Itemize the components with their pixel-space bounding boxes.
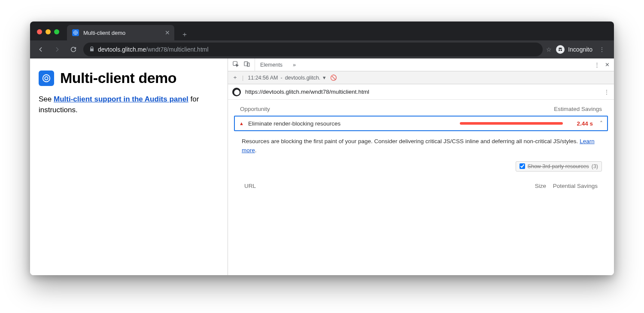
col-savings: Potential Savings bbox=[546, 183, 598, 189]
browser-menu-button[interactable]: ⋮ bbox=[597, 46, 607, 53]
table-header: URL Size Potential Savings bbox=[238, 178, 604, 194]
svg-point-5 bbox=[45, 77, 48, 80]
intro-link[interactable]: Multi-client support in the Audits panel bbox=[54, 95, 188, 103]
devtools-tabstrip: Elements » ⋮ ✕ bbox=[228, 58, 614, 71]
opportunity-row[interactable]: ▲ Eliminate render-blocking resources 2.… bbox=[234, 116, 608, 131]
devtools-tab-elements[interactable]: Elements bbox=[255, 58, 288, 71]
svg-point-0 bbox=[74, 31, 78, 35]
page-intro: See Multi-client support in the Audits p… bbox=[39, 94, 217, 115]
audits-toolbar: ＋ | 11:24:56 AM - devtools.glitch. ▾ 🚫 bbox=[228, 71, 614, 84]
browser-tab[interactable]: Multi-client demo ✕ bbox=[67, 25, 174, 40]
devtools-panel: Elements » ⋮ ✕ ＋ | 11:24:56 AM - devtool… bbox=[228, 58, 614, 275]
reload-button[interactable] bbox=[67, 43, 80, 56]
address-bar[interactable]: devtools.glitch.me/wndt78/multiclient.ht… bbox=[83, 43, 543, 56]
page-logo-icon bbox=[39, 71, 54, 86]
inspect-element-icon[interactable] bbox=[232, 61, 239, 69]
rendered-page: Multi-client demo See Multi-client suppo… bbox=[30, 58, 228, 275]
lighthouse-badge-icon: ⬤ bbox=[232, 88, 241, 96]
svg-point-1 bbox=[75, 32, 76, 34]
url-path: /wndt78/multiclient.html bbox=[146, 46, 209, 53]
opportunity-description: Resources are blocking the first paint o… bbox=[234, 131, 608, 161]
page-title: Multi-client demo bbox=[60, 70, 176, 86]
new-tab-button[interactable]: ＋ bbox=[179, 28, 191, 40]
back-button[interactable] bbox=[34, 43, 47, 56]
audit-url-row: ⬤ https://devtools.glitch.me/wndt78/mult… bbox=[228, 84, 614, 100]
forward-button[interactable] bbox=[51, 43, 64, 56]
third-party-toggle[interactable]: Show 3rd-party resources (3) bbox=[516, 161, 602, 172]
svg-point-2 bbox=[559, 49, 560, 51]
svg-point-4 bbox=[43, 74, 50, 82]
col-size: Size bbox=[507, 183, 546, 189]
window-traffic-lights bbox=[30, 23, 64, 40]
audit-options-button[interactable]: ⋮ bbox=[604, 89, 610, 95]
browser-window: Multi-client demo ✕ ＋ devtools.glitch.me… bbox=[30, 21, 614, 275]
col-url: URL bbox=[244, 183, 507, 189]
device-toggle-icon[interactable] bbox=[243, 61, 250, 69]
window-maximize-button[interactable] bbox=[54, 29, 59, 34]
bookmark-star-icon[interactable]: ☆ bbox=[546, 46, 552, 53]
savings-header: Estimated Savings bbox=[554, 106, 602, 112]
devtools-settings-button[interactable]: ⋮ bbox=[594, 61, 600, 68]
audit-url: https://devtools.glitch.me/wndt78/multic… bbox=[245, 89, 369, 95]
opportunity-time: 2.44 s bbox=[572, 120, 593, 127]
incognito-label: Incognito bbox=[568, 46, 592, 53]
browser-toolbar: devtools.glitch.me/wndt78/multiclient.ht… bbox=[30, 40, 614, 58]
new-audit-button[interactable]: ＋ bbox=[232, 74, 238, 81]
incognito-badge: Incognito bbox=[556, 45, 592, 54]
devtools-overflow-button[interactable]: » bbox=[288, 58, 301, 71]
url-host: devtools.glitch.me bbox=[98, 46, 146, 53]
lock-icon bbox=[88, 46, 94, 54]
clear-audit-icon[interactable]: 🚫 bbox=[330, 74, 337, 81]
savings-bar bbox=[460, 122, 563, 125]
tab-close-button[interactable]: ✕ bbox=[165, 29, 170, 36]
audit-session-dropdown[interactable]: 11:24:56 AM - devtools.glitch. ▾ bbox=[248, 74, 326, 81]
tab-favicon-icon bbox=[72, 29, 79, 36]
chevron-up-icon: ˄ bbox=[600, 120, 603, 127]
devtools-close-button[interactable]: ✕ bbox=[605, 61, 610, 68]
window-minimize-button[interactable] bbox=[46, 29, 51, 34]
svg-point-3 bbox=[561, 49, 562, 51]
opportunity-header: Opportunity bbox=[240, 106, 270, 112]
window-close-button[interactable] bbox=[37, 29, 42, 34]
tab-title: Multi-client demo bbox=[83, 30, 161, 36]
warning-triangle-icon: ▲ bbox=[239, 121, 244, 126]
resources-table: URL Size Potential Savings bbox=[238, 178, 604, 194]
third-party-checkbox[interactable] bbox=[519, 163, 525, 169]
opportunity-title: Eliminate render-blocking resources bbox=[248, 120, 340, 127]
incognito-icon bbox=[556, 45, 565, 54]
browser-titlebar: Multi-client demo ✕ ＋ bbox=[30, 21, 614, 40]
